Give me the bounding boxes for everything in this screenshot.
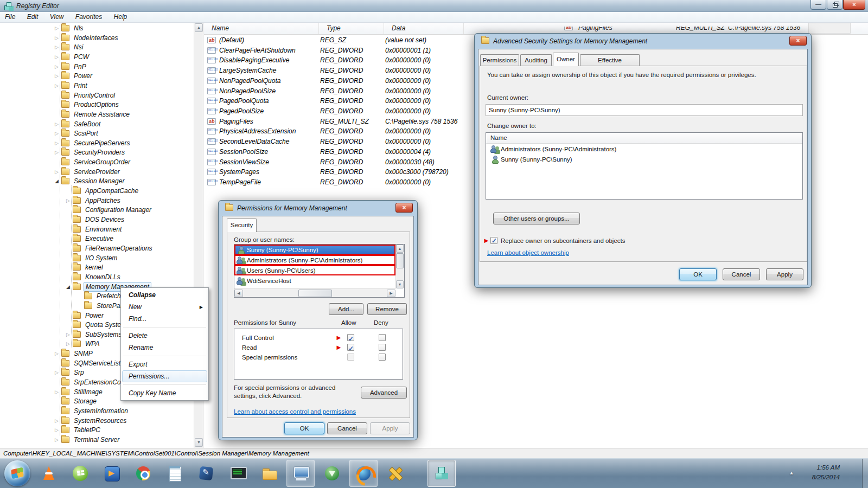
column-header-type[interactable]: Type: [319, 23, 384, 34]
tab-effective-permissions[interactable]: Effective Permissions: [580, 54, 640, 66]
tree-item[interactable]: ProductOptions: [53, 100, 120, 110]
menu-item-find[interactable]: Find...: [122, 313, 207, 325]
group-list-vscrollbar[interactable]: ▲ ▼: [395, 245, 404, 288]
show-hidden-icons-button[interactable]: ▲: [786, 466, 797, 479]
tree-item[interactable]: Power: [65, 311, 105, 320]
allow-checkbox[interactable]: [347, 354, 354, 361]
menu-favorites[interactable]: Favorites: [71, 12, 107, 22]
deny-checkbox[interactable]: [379, 344, 386, 351]
tab-security[interactable]: Security: [227, 219, 257, 232]
expand-arrow-icon[interactable]: ▷: [65, 339, 72, 349]
tree-item[interactable]: ▷ServiceProvider: [53, 167, 122, 177]
remote-desktop-icon[interactable]: [286, 460, 315, 487]
scroll-up-button[interactable]: ▲: [195, 23, 203, 32]
menu-item-collapse[interactable]: Collapse: [122, 289, 207, 301]
value-row[interactable]: SessionViewSizeREG_DWORD0x00000030 (48): [207, 157, 435, 167]
show-desktop-button[interactable]: [862, 459, 868, 488]
value-row[interactable]: ClearPageFileAtShutdownREG_DWORD0x000000…: [207, 46, 431, 55]
close-icon[interactable]: ×: [789, 36, 807, 46]
allow-checkbox[interactable]: [347, 334, 354, 341]
menu-edit[interactable]: Edit: [22, 12, 43, 22]
cancel-button[interactable]: Cancel: [723, 268, 760, 280]
tree-item[interactable]: kernel: [65, 262, 105, 272]
menu-help[interactable]: Help: [109, 12, 132, 22]
menu-item-export[interactable]: Export: [122, 358, 207, 370]
tab-owner[interactable]: Owner: [553, 53, 579, 66]
tree-item[interactable]: ▷NodeInterfaces: [53, 33, 119, 43]
scroll-right-button[interactable]: ▶: [387, 290, 395, 297]
collapse-arrow-icon[interactable]: ◢: [65, 282, 72, 292]
tree-item[interactable]: Storage: [53, 396, 98, 406]
tree-item[interactable]: ▷SecurePipeServers: [53, 138, 131, 148]
tree-item[interactable]: FileRenameOperations: [65, 243, 154, 253]
expand-arrow-icon[interactable]: ▷: [53, 167, 60, 177]
menu-item-permissions[interactable]: Permissions...: [122, 370, 207, 382]
add-button[interactable]: Add...: [329, 303, 363, 315]
tree-item[interactable]: KnownDLLs: [65, 272, 122, 282]
vlc-icon[interactable]: [35, 460, 63, 487]
value-row[interactable]: PhysicalAddressExtensionREG_DWORD0x00000…: [207, 126, 431, 136]
scroll-down-button[interactable]: ▼: [396, 280, 404, 288]
replace-owner-checkbox[interactable]: [490, 237, 497, 244]
tree-item[interactable]: Quota System: [65, 320, 128, 330]
file-explorer-icon[interactable]: [255, 460, 283, 487]
tree-item[interactable]: ▷Print: [53, 81, 89, 91]
allow-checkbox[interactable]: [347, 344, 354, 351]
remove-button[interactable]: Remove: [367, 303, 407, 315]
group-list-item[interactable]: Sunny (Sunny-PC\Sunny): [234, 245, 395, 255]
cancel-button[interactable]: Cancel: [327, 422, 367, 434]
object-ownership-link[interactable]: Learn about object ownership: [487, 249, 569, 256]
tree-item[interactable]: ServiceGroupOrder: [53, 157, 132, 167]
close-icon[interactable]: ×: [395, 203, 413, 213]
expand-arrow-icon[interactable]: ▷: [53, 81, 60, 91]
expand-arrow-icon[interactable]: ▷: [53, 71, 60, 81]
collapse-arrow-icon[interactable]: ◢: [53, 176, 60, 186]
group-list-item[interactable]: Administrators (Sunny-PC\Administrators): [234, 255, 395, 265]
value-row[interactable]: TempPageFileREG_DWORD0x00000000 (0): [207, 177, 431, 187]
group-list-hscrollbar[interactable]: ◀ ▶: [234, 288, 395, 297]
tree-item[interactable]: Configuration Manager: [65, 205, 153, 215]
media-center-icon[interactable]: [66, 460, 94, 487]
value-row[interactable]: NonPagedPoolQuotaREG_DWORD0x00000000 (0): [207, 76, 431, 86]
expand-arrow-icon[interactable]: ▷: [53, 416, 60, 426]
quill-pen-icon[interactable]: [192, 460, 220, 487]
apply-button[interactable]: Apply: [766, 268, 803, 280]
deny-checkbox[interactable]: [379, 354, 386, 361]
value-row[interactable]: PagingFilesREG_MULTI_SZC:\Pagefile.sys 7…: [207, 117, 457, 126]
tree-item[interactable]: SQMServiceList: [53, 358, 122, 368]
value-row[interactable]: SystemPagesREG_DWORD0x000c3000 (798720): [207, 167, 449, 177]
owner-list-item[interactable]: Sunny (Sunny-PC\Sunny): [486, 154, 802, 164]
expand-arrow-icon[interactable]: ▷: [53, 23, 60, 33]
tab-auditing[interactable]: Auditing: [520, 54, 552, 66]
tree-item[interactable]: ▷Srp: [53, 368, 86, 377]
expand-arrow-icon[interactable]: ▷: [53, 387, 60, 397]
registry-editor-icon[interactable]: [427, 460, 456, 487]
deny-checkbox[interactable]: [379, 334, 386, 341]
expand-arrow-icon[interactable]: ▷: [53, 349, 60, 358]
tree-item[interactable]: I/O System: [65, 253, 119, 263]
restore-button[interactable]: [827, 0, 843, 10]
scroll-down-button[interactable]: ▼: [195, 438, 203, 447]
ok-button[interactable]: OK: [679, 268, 717, 280]
tree-item[interactable]: DOS Devices: [65, 215, 126, 224]
tree-item[interactable]: ▷Nls: [53, 23, 85, 33]
tree-item[interactable]: ▷SecurityProviders: [53, 147, 126, 157]
expand-arrow-icon[interactable]: ▷: [53, 147, 60, 157]
tree-item[interactable]: ▷AppPatches: [65, 196, 122, 206]
other-users-button[interactable]: Other users or groups...: [493, 213, 580, 224]
expand-arrow-icon[interactable]: ▷: [53, 425, 60, 435]
start-button[interactable]: [4, 460, 30, 486]
scroll-up-button[interactable]: ▲: [396, 245, 404, 253]
value-row[interactable]: PagedPoolQuotaREG_DWORD0x00000000 (0): [207, 96, 431, 106]
advanced-button[interactable]: Advanced: [361, 387, 407, 399]
expand-arrow-icon[interactable]: ▷: [65, 330, 72, 339]
value-row[interactable]: DisablePagingExecutiveREG_DWORD0x0000000…: [207, 55, 431, 65]
tree-item[interactable]: ◢Session Manager: [53, 176, 126, 186]
tree-item[interactable]: ▷Terminal Server: [53, 435, 121, 445]
scrollbar-thumb[interactable]: [298, 290, 332, 297]
menu-item-copy-key-name[interactable]: Copy Key Name: [122, 387, 207, 399]
ok-button[interactable]: OK: [284, 422, 324, 434]
expand-arrow-icon[interactable]: ▷: [53, 33, 60, 43]
tab-permissions[interactable]: Permissions: [480, 54, 519, 66]
tree-item[interactable]: ▷PCW: [53, 52, 91, 62]
